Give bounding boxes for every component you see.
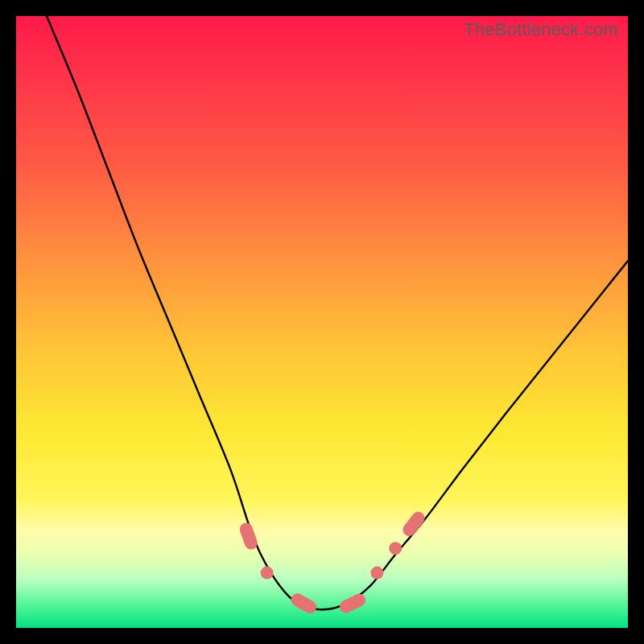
- marker-pill: [400, 509, 427, 539]
- marker-dot: [389, 542, 402, 555]
- chart-frame: TheBottleneck.com: [0, 0, 644, 644]
- marker-pill: [288, 591, 318, 616]
- marker-group: [238, 509, 427, 615]
- bottleneck-curve: [47, 16, 628, 609]
- chart-svg: [16, 16, 628, 628]
- marker-dot: [370, 567, 383, 580]
- marker-dot: [261, 567, 274, 580]
- marker-pill: [238, 521, 260, 551]
- chart-plot-area: TheBottleneck.com: [16, 16, 628, 628]
- marker-pill: [337, 592, 368, 616]
